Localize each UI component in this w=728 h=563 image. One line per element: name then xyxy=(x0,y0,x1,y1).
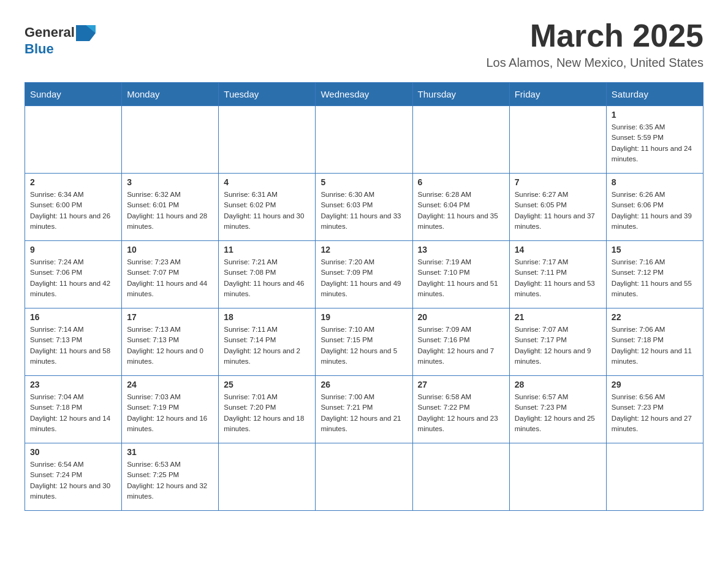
day-number: 13 xyxy=(418,245,504,255)
day-number: 11 xyxy=(224,245,310,255)
calendar-cell: 3Sunrise: 6:32 AMSunset: 6:01 PMDaylight… xyxy=(122,174,219,241)
calendar-cell xyxy=(606,443,703,511)
day-number: 1 xyxy=(612,110,698,120)
calendar-cell: 26Sunrise: 7:00 AMSunset: 7:21 PMDayligh… xyxy=(316,376,412,443)
day-info: Sunrise: 7:11 AMSunset: 7:14 PMDaylight:… xyxy=(224,324,310,367)
weekday-header-friday: Friday xyxy=(509,83,606,106)
day-info: Sunrise: 7:07 AMSunset: 7:17 PMDaylight:… xyxy=(515,324,601,367)
calendar-cell: 8Sunrise: 6:26 AMSunset: 6:06 PMDaylight… xyxy=(606,174,703,241)
day-number: 26 xyxy=(320,380,407,389)
calendar-week-1: 1Sunrise: 6:35 AMSunset: 5:59 PMDaylight… xyxy=(25,106,703,174)
day-number: 21 xyxy=(515,312,601,322)
calendar-cell xyxy=(25,106,122,174)
day-number: 10 xyxy=(127,245,213,255)
calendar-cell: 30Sunrise: 6:54 AMSunset: 7:24 PMDayligh… xyxy=(25,443,122,511)
calendar-cell: 14Sunrise: 7:17 AMSunset: 7:11 PMDayligh… xyxy=(509,241,606,308)
calendar-cell: 6Sunrise: 6:28 AMSunset: 6:04 PMDaylight… xyxy=(412,174,509,241)
day-number: 19 xyxy=(320,312,407,322)
calendar-cell: 22Sunrise: 7:06 AMSunset: 7:18 PMDayligh… xyxy=(606,308,703,376)
calendar-cell: 9Sunrise: 7:24 AMSunset: 7:06 PMDaylight… xyxy=(25,241,122,308)
day-info: Sunrise: 6:35 AMSunset: 5:59 PMDaylight:… xyxy=(612,122,698,164)
day-info: Sunrise: 7:06 AMSunset: 7:18 PMDaylight:… xyxy=(612,324,698,367)
calendar-cell: 18Sunrise: 7:11 AMSunset: 7:14 PMDayligh… xyxy=(219,308,316,376)
day-info: Sunrise: 7:04 AMSunset: 7:18 PMDaylight:… xyxy=(30,392,116,434)
calendar-cell: 21Sunrise: 7:07 AMSunset: 7:17 PMDayligh… xyxy=(509,308,606,376)
calendar-cell xyxy=(412,443,509,511)
day-number: 4 xyxy=(224,177,310,187)
weekday-header-wednesday: Wednesday xyxy=(316,83,412,106)
day-info: Sunrise: 6:30 AMSunset: 6:03 PMDaylight:… xyxy=(320,190,407,232)
day-number: 18 xyxy=(224,312,310,322)
calendar-cell xyxy=(316,106,412,174)
calendar-cell xyxy=(219,443,316,511)
calendar-cell: 15Sunrise: 7:16 AMSunset: 7:12 PMDayligh… xyxy=(606,241,703,308)
calendar-cell: 5Sunrise: 6:30 AMSunset: 6:03 PMDaylight… xyxy=(316,174,412,241)
calendar-cell: 17Sunrise: 7:13 AMSunset: 7:13 PMDayligh… xyxy=(122,308,219,376)
day-info: Sunrise: 7:19 AMSunset: 7:10 PMDaylight:… xyxy=(418,257,504,299)
day-info: Sunrise: 6:56 AMSunset: 7:23 PMDaylight:… xyxy=(612,392,698,434)
logo-icon xyxy=(76,25,96,41)
day-info: Sunrise: 7:24 AMSunset: 7:06 PMDaylight:… xyxy=(30,257,116,299)
day-number: 2 xyxy=(30,177,116,187)
day-info: Sunrise: 7:10 AMSunset: 7:15 PMDaylight:… xyxy=(320,324,407,367)
calendar-cell xyxy=(122,106,219,174)
location-title: Los Alamos, New Mexico, United States xyxy=(486,56,703,70)
day-number: 30 xyxy=(30,447,116,457)
calendar-cell: 11Sunrise: 7:21 AMSunset: 7:08 PMDayligh… xyxy=(219,241,316,308)
title-area: March 2025 Los Alamos, New Mexico, Unite… xyxy=(486,18,703,70)
calendar-week-4: 16Sunrise: 7:14 AMSunset: 7:13 PMDayligh… xyxy=(25,308,703,376)
day-info: Sunrise: 6:34 AMSunset: 6:00 PMDaylight:… xyxy=(30,190,116,232)
day-info: Sunrise: 6:27 AMSunset: 6:05 PMDaylight:… xyxy=(515,190,601,232)
day-info: Sunrise: 7:17 AMSunset: 7:11 PMDaylight:… xyxy=(515,257,601,299)
day-info: Sunrise: 7:20 AMSunset: 7:09 PMDaylight:… xyxy=(320,257,407,299)
day-number: 12 xyxy=(320,245,407,255)
day-number: 15 xyxy=(612,245,698,255)
calendar-cell xyxy=(509,106,606,174)
day-info: Sunrise: 7:16 AMSunset: 7:12 PMDaylight:… xyxy=(612,257,698,299)
calendar-cell: 1Sunrise: 6:35 AMSunset: 5:59 PMDaylight… xyxy=(606,106,703,174)
calendar-cell: 4Sunrise: 6:31 AMSunset: 6:02 PMDaylight… xyxy=(219,174,316,241)
day-number: 16 xyxy=(30,312,116,322)
day-number: 17 xyxy=(127,312,213,322)
day-number: 9 xyxy=(30,245,116,255)
day-info: Sunrise: 7:14 AMSunset: 7:13 PMDaylight:… xyxy=(30,324,116,367)
calendar-cell: 28Sunrise: 6:57 AMSunset: 7:23 PMDayligh… xyxy=(509,376,606,443)
month-title: March 2025 xyxy=(486,18,703,53)
day-number: 7 xyxy=(515,177,601,187)
weekday-header-saturday: Saturday xyxy=(606,83,703,106)
weekday-header-thursday: Thursday xyxy=(412,83,509,106)
calendar-cell: 29Sunrise: 6:56 AMSunset: 7:23 PMDayligh… xyxy=(606,376,703,443)
calendar-cell xyxy=(412,106,509,174)
day-number: 31 xyxy=(127,447,213,457)
weekday-header-row: SundayMondayTuesdayWednesdayThursdayFrid… xyxy=(25,83,703,106)
weekday-header-monday: Monday xyxy=(122,83,219,106)
calendar-cell xyxy=(509,443,606,511)
weekday-header-tuesday: Tuesday xyxy=(219,83,316,106)
day-number: 23 xyxy=(30,380,116,389)
day-number: 3 xyxy=(127,177,213,187)
calendar-cell: 23Sunrise: 7:04 AMSunset: 7:18 PMDayligh… xyxy=(25,376,122,443)
day-info: Sunrise: 7:13 AMSunset: 7:13 PMDaylight:… xyxy=(127,324,213,367)
page-header: General Blue March 2025 Los Alamos, New … xyxy=(25,18,703,70)
calendar-cell: 27Sunrise: 6:58 AMSunset: 7:22 PMDayligh… xyxy=(412,376,509,443)
day-number: 25 xyxy=(224,380,310,389)
day-info: Sunrise: 7:09 AMSunset: 7:16 PMDaylight:… xyxy=(418,324,504,367)
day-number: 22 xyxy=(612,312,698,322)
calendar-week-5: 23Sunrise: 7:04 AMSunset: 7:18 PMDayligh… xyxy=(25,376,703,443)
day-info: Sunrise: 7:23 AMSunset: 7:07 PMDaylight:… xyxy=(127,257,213,299)
day-number: 8 xyxy=(612,177,698,187)
day-number: 24 xyxy=(127,380,213,389)
day-info: Sunrise: 7:03 AMSunset: 7:19 PMDaylight:… xyxy=(127,392,213,434)
calendar-week-6: 30Sunrise: 6:54 AMSunset: 7:24 PMDayligh… xyxy=(25,443,703,511)
day-number: 6 xyxy=(418,177,504,187)
day-number: 27 xyxy=(418,380,504,389)
day-info: Sunrise: 6:58 AMSunset: 7:22 PMDaylight:… xyxy=(418,392,504,434)
day-number: 28 xyxy=(515,380,601,389)
calendar-cell: 19Sunrise: 7:10 AMSunset: 7:15 PMDayligh… xyxy=(316,308,412,376)
day-info: Sunrise: 7:21 AMSunset: 7:08 PMDaylight:… xyxy=(224,257,310,299)
day-info: Sunrise: 6:53 AMSunset: 7:25 PMDaylight:… xyxy=(127,459,213,502)
calendar-cell: 16Sunrise: 7:14 AMSunset: 7:13 PMDayligh… xyxy=(25,308,122,376)
calendar-cell: 13Sunrise: 7:19 AMSunset: 7:10 PMDayligh… xyxy=(412,241,509,308)
calendar-cell: 24Sunrise: 7:03 AMSunset: 7:19 PMDayligh… xyxy=(122,376,219,443)
day-info: Sunrise: 6:31 AMSunset: 6:02 PMDaylight:… xyxy=(224,190,310,232)
